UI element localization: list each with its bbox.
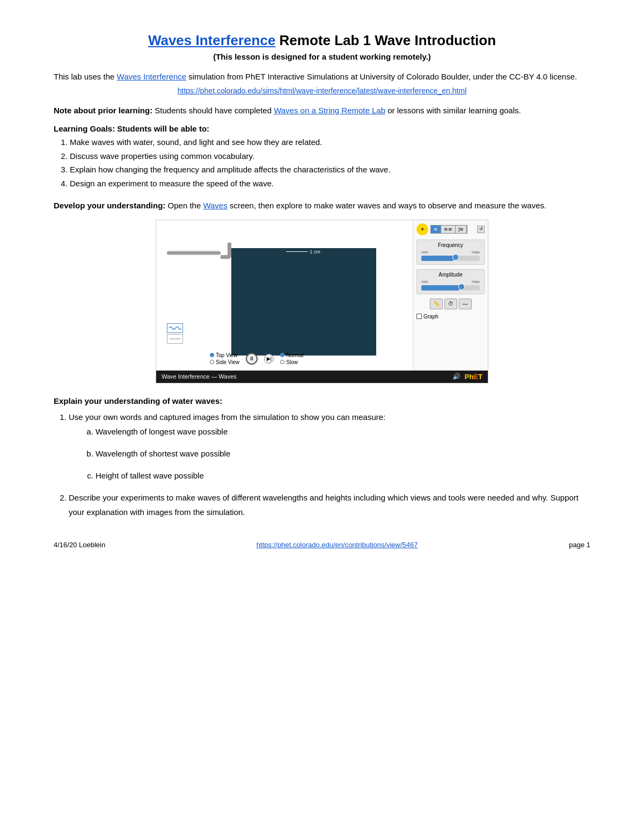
list-item: Discuss wave properties using common voc…	[70, 149, 590, 163]
graph-label: Graph	[423, 314, 438, 320]
normal-speed-indicator	[280, 353, 284, 357]
learning-goals-intro: Students will be able to:	[115, 124, 209, 133]
speed-radio-group: Normal Slow	[280, 352, 303, 365]
amp-max: max	[472, 279, 480, 284]
footer: 4/16/20 Loeblein https://phet.colorado.e…	[54, 541, 590, 549]
amp-min: min	[421, 279, 428, 284]
frequency-handle[interactable]	[452, 254, 459, 260]
play-pause-button[interactable]: ⏸	[246, 353, 258, 365]
note-text1: Students should have completed	[152, 106, 274, 115]
top-view-radio-indicator	[210, 353, 214, 357]
sim-bottom-controls: Top View Side View ⏸ ▶| Normal	[210, 352, 304, 365]
wave-dark-area: 1 cm	[231, 248, 376, 356]
explain-questions-list: Use your own words and captured images f…	[69, 410, 590, 519]
graph-checkbox-box	[416, 314, 422, 319]
amplitude-slider-section: Amplitude min max	[416, 269, 485, 294]
wave-symbol-box	[167, 323, 183, 344]
pipe-horizontal	[167, 251, 221, 255]
step-button[interactable]: ▶|	[264, 354, 274, 364]
reset-btn[interactable]: ↺	[477, 226, 485, 233]
sim-main-area: 1 cm Top View	[156, 220, 488, 371]
graph-checkbox[interactable]: Graph	[416, 314, 485, 320]
note-text2: or lessons with similar learning goals.	[385, 106, 521, 115]
frequency-label: Frequency	[419, 242, 482, 248]
slow-speed-radio: Slow	[280, 359, 303, 365]
develop-section: Develop your understanding: Open the Wav…	[54, 200, 590, 212]
freq-min: min	[421, 250, 428, 255]
amplitude-label: Amplitude	[419, 272, 482, 278]
explain-question-1: Use your own words and captured images f…	[69, 410, 590, 483]
freq-max: max	[472, 250, 480, 255]
phet-logo: PhET	[465, 373, 482, 381]
explain-question-2: Describe your experiments to make waves …	[69, 490, 590, 519]
amplitude-minmax: min max	[421, 279, 480, 284]
list-item: Make waves with water, sound, and light …	[70, 135, 590, 149]
develop-text1: Open the	[165, 201, 203, 210]
waves-screen-link[interactable]: Waves	[203, 201, 227, 210]
footer-page: page 1	[569, 541, 590, 549]
sub-item-c: Height of tallest wave possible	[96, 468, 590, 483]
intro-text1: This lab uses the	[54, 72, 117, 81]
sim-url-link[interactable]: https://phet.colorado.edu/sims/html/wave…	[54, 86, 590, 95]
intro-paragraph: This lab uses the Waves Interference sim…	[54, 71, 590, 83]
side-view-radio: Side View	[210, 359, 239, 365]
ruler-mark: 1 cm	[286, 249, 321, 255]
list-item: Design an experiment to measure the spee…	[70, 177, 590, 191]
sim-top-icons: ☀ ≋ ≋≋ |≋ ↺	[416, 223, 485, 235]
explain-heading: Explain your understanding of water wave…	[54, 396, 590, 405]
camera-button[interactable]: —	[459, 299, 472, 309]
list-item: Explain how changing the frequency and a…	[70, 163, 590, 177]
sub-item-a: Wavelength of longest wave possible	[96, 424, 590, 439]
amplitude-fill	[421, 285, 459, 291]
phet-branding: 🔊 PhET	[452, 373, 482, 381]
tool-button-group: 📏 ⏱ —	[416, 299, 485, 309]
frequency-slider-section: Frequency min max	[416, 240, 485, 265]
simulation-image: 1 cm Top View	[156, 220, 488, 383]
icon-yellow-circle: ☀	[416, 223, 428, 235]
sim-bottom-bar: Wave Interference — Waves 🔊 PhET	[156, 371, 488, 383]
ruler-button[interactable]: 📏	[430, 299, 443, 309]
sim-left-panel: 1 cm Top View	[156, 220, 413, 371]
tab-slits[interactable]: |≋	[456, 226, 467, 233]
wave-sym-flat	[167, 334, 183, 344]
normal-speed-label: Normal	[286, 352, 303, 358]
intro-text2: simulation from PhET Interactive Simulat…	[186, 72, 577, 81]
amplitude-handle[interactable]	[458, 284, 465, 290]
tab-interference[interactable]: ≋≋	[441, 226, 456, 233]
amplitude-track[interactable]	[421, 285, 480, 291]
page-title-container: Waves Interference Remote Lab 1 Wave Int…	[54, 32, 590, 49]
tab-waves[interactable]: ≋	[431, 226, 441, 233]
icon-tabs: ≋ ≋≋ |≋	[430, 225, 467, 234]
view-radio-group: Top View Side View	[210, 352, 239, 365]
sub-item-b: Wavelength of shortest wave possible	[96, 446, 590, 461]
side-view-label: Side View	[216, 359, 239, 365]
top-view-label: Top View	[216, 352, 237, 358]
waves-string-link[interactable]: Waves on a String Remote Lab	[274, 106, 385, 115]
slow-speed-indicator	[280, 360, 284, 364]
top-view-radio: Top View	[210, 352, 239, 358]
title-rest: Remote Lab 1 Wave Introduction	[275, 32, 496, 48]
subtitle: (This lesson is designed for a student w…	[54, 52, 590, 61]
waves-interference-inline-link[interactable]: Waves Interference	[117, 72, 187, 81]
sound-icon: 🔊	[452, 373, 460, 380]
explain-section: Explain your understanding of water wave…	[54, 396, 590, 519]
frequency-track[interactable]	[421, 256, 480, 261]
note-bold: Note about prior learning:	[54, 106, 152, 115]
slow-speed-label: Slow	[286, 359, 298, 365]
waves-interference-link[interactable]: Waves Interference	[148, 32, 275, 48]
footer-link[interactable]: https://phet.colorado.edu/en/contributio…	[257, 541, 418, 549]
frequency-minmax: min max	[421, 250, 480, 255]
side-view-radio-indicator	[210, 360, 214, 364]
stopwatch-button[interactable]: ⏱	[444, 299, 457, 309]
learning-goals-list: Make waves with water, sound, and light …	[70, 135, 590, 190]
learning-goals-heading: Learning Goals:	[54, 124, 115, 133]
frequency-fill	[421, 256, 453, 261]
learning-goals-section: Learning Goals: Students will be able to…	[54, 124, 590, 190]
wave-sym-sine	[167, 323, 183, 333]
normal-speed-radio: Normal	[280, 352, 303, 358]
sim-title-text: Wave Interference — Waves	[162, 373, 237, 380]
develop-bold: Develop your understanding:	[54, 201, 165, 210]
question1-sub-list: Wavelength of longest wave possible Wave…	[96, 424, 590, 483]
note-section: Note about prior learning: Students shou…	[54, 105, 590, 117]
question1-text: Use your own words and captured images f…	[69, 412, 385, 422]
